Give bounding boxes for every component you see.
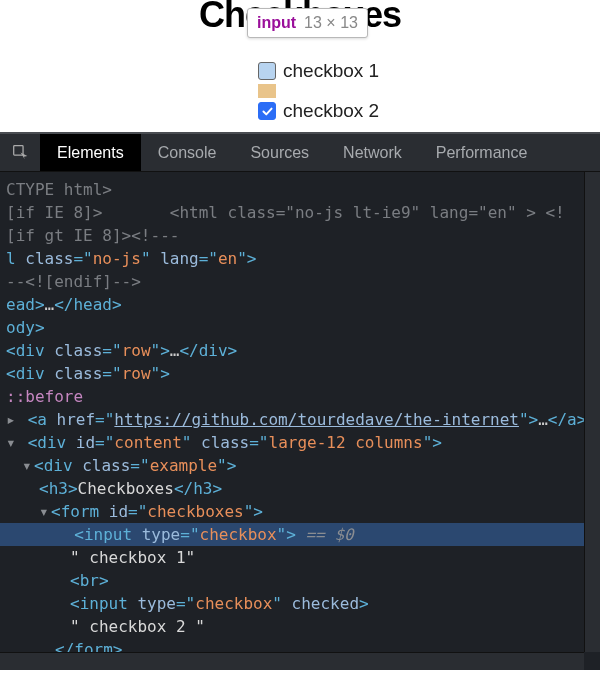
tab-elements[interactable]: Elements <box>40 134 141 171</box>
dom-line[interactable]: ▾ <div id="content" class="large-12 colu… <box>0 431 600 454</box>
dom-line[interactable]: <h3>Checkboxes</h3> <box>0 477 600 500</box>
dom-line[interactable]: <br> <box>0 569 600 592</box>
devtools-panel: Elements Console Sources Network Perform… <box>0 132 600 670</box>
dom-tree-view[interactable]: CTYPE html> [if IE 8]> <html class="no-j… <box>0 172 600 668</box>
dom-line[interactable]: CTYPE html> <box>0 178 600 201</box>
inspect-element-icon[interactable] <box>0 134 40 171</box>
dom-line[interactable]: ::before <box>0 385 600 408</box>
expand-arrow-icon: ▸ <box>6 408 18 431</box>
tooltip-tagname: input <box>257 14 296 32</box>
dom-line[interactable]: ▾<form id="checkboxes"> <box>0 500 600 523</box>
dom-line[interactable]: ▸ <a href="https://github.com/tourdedave… <box>0 408 600 431</box>
dom-line[interactable]: <div class="row"> <box>0 362 600 385</box>
collapse-arrow-icon: ▾ <box>6 431 18 454</box>
tab-console[interactable]: Console <box>141 134 234 171</box>
dom-line[interactable]: <input type="checkbox" checked> <box>0 592 600 615</box>
checkbox-2-row: checkbox 2 <box>258 98 600 124</box>
checkbox-1-label: checkbox 1 <box>283 60 379 82</box>
dom-selected-line[interactable]: <input type="checkbox"> == $0 <box>0 523 600 546</box>
vertical-scrollbar[interactable] <box>584 172 600 652</box>
spacing-highlight <box>258 84 276 98</box>
check-icon <box>261 105 274 118</box>
rendered-page-area: Checkboxes input 13 × 13 checkbox 1 chec… <box>0 0 600 132</box>
dom-line[interactable]: ead>…</head> <box>0 293 600 316</box>
element-inspector-tooltip: input 13 × 13 <box>247 8 368 38</box>
dom-line[interactable]: l class="no-js" lang="en"> <box>0 247 600 270</box>
dom-line[interactable]: [if IE 8]> <html class="no-js lt-ie9" la… <box>0 201 600 224</box>
dom-line[interactable]: [if gt IE 8]><!--- <box>0 224 600 247</box>
checkbox-1-row: checkbox 1 <box>258 58 600 84</box>
horizontal-scrollbar[interactable] <box>0 652 584 670</box>
dom-line[interactable]: " checkbox 2 " <box>0 615 600 638</box>
checkbox-2-label: checkbox 2 <box>283 100 379 122</box>
dom-line[interactable]: --<![endif]--> <box>0 270 600 293</box>
tab-sources[interactable]: Sources <box>233 134 326 171</box>
checkbox-1[interactable] <box>258 62 276 80</box>
tab-performance[interactable]: Performance <box>419 134 545 171</box>
collapse-arrow-icon: ▾ <box>22 454 34 477</box>
tooltip-dimensions: 13 × 13 <box>304 14 358 32</box>
dom-line[interactable]: <div class="row">…</div> <box>0 339 600 362</box>
dom-line[interactable]: ▾<div class="example"> <box>0 454 600 477</box>
collapse-arrow-icon: ▾ <box>39 500 51 523</box>
tab-network[interactable]: Network <box>326 134 419 171</box>
dom-line[interactable]: " checkbox 1" <box>0 546 600 569</box>
devtools-tabbar: Elements Console Sources Network Perform… <box>0 134 600 172</box>
dom-line[interactable]: ody> <box>0 316 600 339</box>
checkbox-2[interactable] <box>258 102 276 120</box>
